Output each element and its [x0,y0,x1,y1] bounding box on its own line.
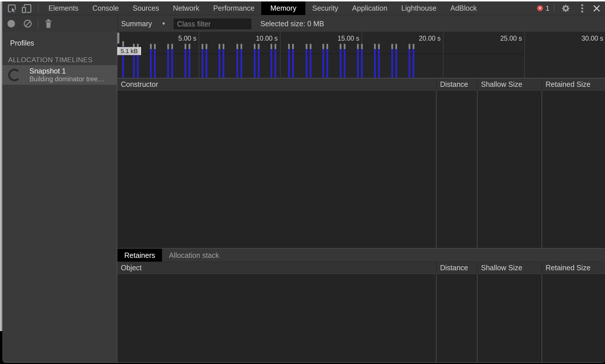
allocation-bar [310,44,311,78]
allocation-bar [189,44,190,78]
tab-elements[interactable]: Elements [48,1,78,15]
allocation-bar [236,44,238,78]
profiles-sidebar: Profiles ALLOCATION TIMELINES Snapshot 1… [2,32,117,362]
timeline-gridline [199,32,199,78]
allocation-bar [322,44,324,78]
icons-separator [554,4,554,12]
tab-sources[interactable]: Sources [133,1,159,15]
allocation-bar [185,44,186,78]
clear-profiles-icon[interactable] [22,19,33,29]
sidebar-item-snapshot[interactable]: Snapshot 1 Building dominator tree… [2,65,117,85]
object-column-distance[interactable]: Distance [436,262,477,274]
allocation-bar [292,44,294,78]
timeline-tick-label: 15.00 s [318,35,359,42]
allocation-bar [254,44,255,78]
timeline-tick-label: 5.00 s [155,35,196,42]
tab-lighthouse[interactable]: Lighthouse [401,1,436,15]
subtab-retainers[interactable]: Retainers [117,249,162,262]
timeline-tick-label: 20.00 s [400,35,441,42]
subtab-allocation-stack[interactable]: Allocation stack [162,249,226,262]
column-separator [477,91,478,248]
constructor-table-body[interactable] [117,91,605,248]
allocation-bar [391,44,393,78]
timeline-gridline-horizontal [117,54,524,54]
timeline-gridline [524,32,525,78]
tab-memory[interactable]: Memory [261,1,305,15]
retainers-tab-bar: RetainersAllocation stack [117,248,605,262]
kebab-menu-icon[interactable] [577,3,587,13]
tab-application[interactable]: Application [352,1,387,15]
delete-trash-icon[interactable] [43,19,54,29]
allocation-bar [270,44,272,78]
allocation-timelines-heading: ALLOCATION TIMELINES [8,56,93,64]
snapshot-name: Snapshot 1 [29,67,66,75]
allocation-bar [223,44,224,78]
error-count[interactable]: 1 [546,1,549,15]
loading-spinner-icon [8,69,21,81]
allocation-bar [395,44,397,78]
close-icon[interactable] [591,3,602,13]
timeline-scroll-handle[interactable] [117,33,119,44]
tab-security[interactable]: Security [312,1,338,15]
device-toolbar-icon[interactable] [21,4,31,13]
allocation-bar [202,44,203,78]
allocation-bar [275,44,276,78]
timeline-tick-label: 25.00 s [481,35,522,42]
devtools-window: ElementsConsoleSourcesNetworkPerformance… [2,1,605,363]
allocation-bar [357,44,359,78]
allocation-bar [288,44,290,78]
tab-console[interactable]: Console [92,1,119,15]
memory-main-panel: 5.1 kB 5.00 s10.00 s15.00 s20.00 s25.00 … [117,32,605,362]
column-separator [542,91,542,248]
allocation-bar [206,44,207,78]
allocation-bar [219,44,220,78]
record-heap-icon[interactable] [6,19,16,29]
inspect-element-icon[interactable] [7,4,17,13]
allocation-bar [340,44,341,78]
timeline-gridline [443,32,444,78]
allocation-bar [374,44,376,78]
allocation-bar [167,44,169,78]
object-table-body[interactable] [117,274,605,362]
timeline-max-size-label: 5.1 kB [117,47,141,55]
class-filter-input[interactable] [174,18,251,29]
perspective-select[interactable]: Summary [121,15,152,32]
settings-gear-icon[interactable] [561,3,571,13]
constructor-column-constructor[interactable]: Constructor [117,78,436,91]
allocation-bar [413,44,414,78]
devtools-tab-bar: ElementsConsoleSourcesNetworkPerformance… [2,1,605,15]
tab-network[interactable]: Network [173,1,200,15]
column-separator [436,91,437,248]
tab-performance[interactable]: Performance [213,1,254,15]
allocation-timeline-overview[interactable]: 5.1 kB 5.00 s10.00 s15.00 s20.00 s25.00 … [117,32,605,78]
column-separator [436,274,437,362]
allocation-bar [150,44,152,78]
allocation-bar [306,44,307,78]
object-column-shallow-size[interactable]: Shallow Size [477,262,542,274]
toolbar-separator [38,19,38,28]
chevron-down-icon[interactable]: ▼ [161,15,166,32]
timeline-gridline [280,32,281,78]
timeline-tick-label: 30.00 s [562,35,603,42]
column-separator [542,274,542,362]
profiles-title: Profiles [10,39,34,47]
memory-toolbar: Summary ▼ Selected size: 0 MB [2,15,605,32]
allocation-bar [361,44,363,78]
timeline-tick-label: 10.00 s [237,35,278,42]
allocation-bar [409,44,410,78]
tab-adblock[interactable]: AdBlock [450,1,477,15]
object-column-retained-size[interactable]: Retained Size [542,262,605,274]
error-badge-icon[interactable]: ✕ [537,5,543,11]
column-separator [477,274,478,362]
allocation-bar [258,44,260,78]
constructor-column-distance[interactable]: Distance [436,78,477,91]
page-scrollbar-edge [0,1,2,331]
allocation-bar [326,44,328,78]
allocation-bar [344,44,345,78]
object-column-object[interactable]: Object [117,262,436,274]
allocation-bar [171,44,173,78]
toolbar-divider [117,15,118,32]
constructor-column-retained-size[interactable]: Retained Size [542,78,605,91]
constructor-column-shallow-size[interactable]: Shallow Size [477,78,542,91]
tab-bar-separator [38,4,39,13]
